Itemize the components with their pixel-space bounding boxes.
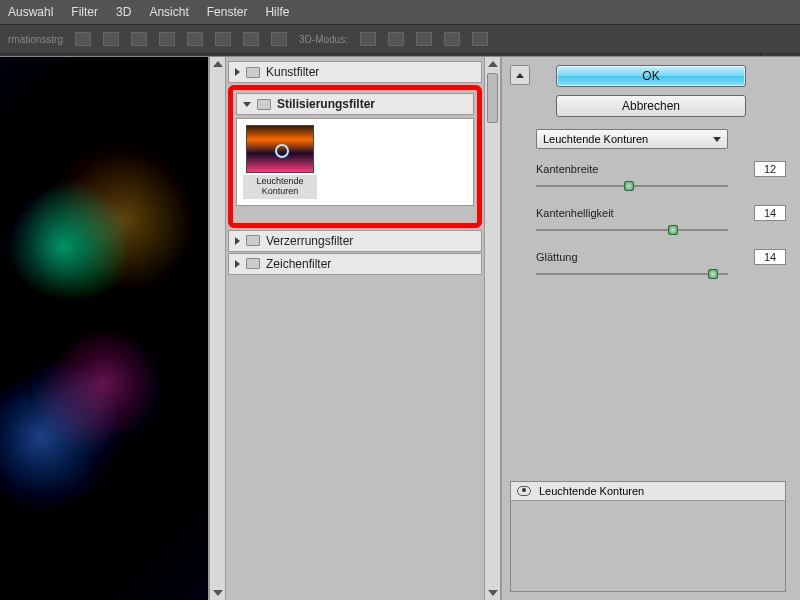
slider-knob[interactable] <box>624 181 634 191</box>
slider-knob[interactable] <box>668 225 678 235</box>
toolbar-icon[interactable] <box>444 32 460 46</box>
filter-list-pane: Kunstfilter Stilisierungsfilter Leuchten… <box>210 57 500 600</box>
filter-thumbnail-image <box>246 125 314 173</box>
category-kunstfilter[interactable]: Kunstfilter <box>228 61 482 83</box>
toolbar-icon[interactable] <box>360 32 376 46</box>
menu-fenster[interactable]: Fenster <box>207 5 248 19</box>
menu-bar: Auswahl Filter 3D Ansicht Fenster Hilfe <box>0 0 800 24</box>
toolbar-icon[interactable] <box>271 32 287 46</box>
toolbar-icon[interactable] <box>243 32 259 46</box>
toolbar-icon[interactable] <box>75 32 91 46</box>
folder-icon <box>257 99 271 110</box>
toolbar-icon[interactable] <box>472 32 488 46</box>
menu-filter[interactable]: Filter <box>71 5 98 19</box>
applied-filter-row[interactable]: Leuchtende Konturen <box>511 482 785 501</box>
filter-leuchtende-konturen[interactable]: LeuchtendeKonturen <box>243 125 317 199</box>
slider-value-input[interactable]: 14 <box>754 205 786 221</box>
filter-thumbnail-label: LeuchtendeKonturen <box>243 175 317 199</box>
filter-select-dropdown[interactable]: Leuchtende Konturen <box>536 129 728 149</box>
folder-icon <box>246 67 260 78</box>
preview-image <box>0 57 208 600</box>
options-bar: rmationsstrg 3D-Modus: <box>0 24 800 54</box>
settings-pane: OK Abbrechen Leuchtende Konturen Kantenb… <box>500 57 800 600</box>
expand-icon <box>235 237 240 245</box>
ok-button[interactable]: OK <box>556 65 746 87</box>
slider-label: Kantenhelligkeit <box>536 207 614 219</box>
menu-ansicht[interactable]: Ansicht <box>149 5 188 19</box>
toolbar-label: rmationsstrg <box>8 34 63 45</box>
tutorial-highlight: Stilisierungsfilter LeuchtendeKonturen S… <box>228 85 482 228</box>
toolbar-icon[interactable] <box>388 32 404 46</box>
category-stilisierungsfilter[interactable]: Stilisierungsfilter <box>236 93 474 115</box>
folder-icon <box>246 235 260 246</box>
category-label: Stilisierungsfilter <box>277 97 375 111</box>
slider-label: Glättung <box>536 251 578 263</box>
toolbar-icon[interactable] <box>187 32 203 46</box>
menu-3d[interactable]: 3D <box>116 5 131 19</box>
cancel-button[interactable]: Abbrechen <box>556 95 746 117</box>
slider-track-glaettung[interactable] <box>536 269 728 279</box>
scrollbar[interactable] <box>484 57 500 600</box>
slider-track-kantenbreite[interactable] <box>536 181 728 191</box>
slider-knob[interactable] <box>708 269 718 279</box>
slider-value-input[interactable]: 14 <box>754 249 786 265</box>
folder-icon <box>246 258 260 269</box>
toolbar-icon[interactable] <box>215 32 231 46</box>
slider-glaettung: Glättung 14 <box>536 249 786 265</box>
category-verzerrungsfilter[interactable]: Verzerrungsfilter <box>228 230 482 252</box>
menu-hilfe[interactable]: Hilfe <box>265 5 289 19</box>
slider-value-input[interactable]: 12 <box>754 161 786 177</box>
applied-filters-empty <box>511 501 785 591</box>
slider-label: Kantenbreite <box>536 163 598 175</box>
applied-filter-name: Leuchtende Konturen <box>539 485 644 497</box>
dropdown-selected: Leuchtende Konturen <box>543 133 648 145</box>
collapse-button[interactable] <box>510 65 530 85</box>
scrollbar[interactable] <box>210 57 226 600</box>
collapse-icon <box>243 102 251 107</box>
category-label: Kunstfilter <box>266 65 319 79</box>
expand-icon <box>235 68 240 76</box>
category-label: Zeichenfilter <box>266 257 331 271</box>
filter-thumbnails: LeuchtendeKonturen <box>236 118 474 206</box>
toolbar-3d-label: 3D-Modus: <box>299 34 348 45</box>
expand-icon <box>235 260 240 268</box>
category-label: Verzerrungsfilter <box>266 234 353 248</box>
category-zeichenfilter[interactable]: Zeichenfilter <box>228 253 482 275</box>
filter-tree: Kunstfilter Stilisierungsfilter Leuchten… <box>226 57 484 600</box>
slider-kantenbreite: Kantenbreite 12 <box>536 161 786 177</box>
menu-auswahl[interactable]: Auswahl <box>8 5 53 19</box>
toolbar-icon[interactable] <box>159 32 175 46</box>
slider-track-kantenhelligkeit[interactable] <box>536 225 728 235</box>
filter-gallery-dialog: Kunstfilter Stilisierungsfilter Leuchten… <box>0 56 800 600</box>
slider-kantenhelligkeit: Kantenhelligkeit 14 <box>536 205 786 221</box>
visibility-eye-icon[interactable] <box>517 486 531 496</box>
toolbar-icon[interactable] <box>131 32 147 46</box>
toolbar-icon[interactable] <box>103 32 119 46</box>
toolbar-icon[interactable] <box>416 32 432 46</box>
applied-filters-box: Leuchtende Konturen <box>510 481 786 592</box>
chevron-down-icon <box>713 137 721 142</box>
preview-pane[interactable] <box>0 57 210 600</box>
